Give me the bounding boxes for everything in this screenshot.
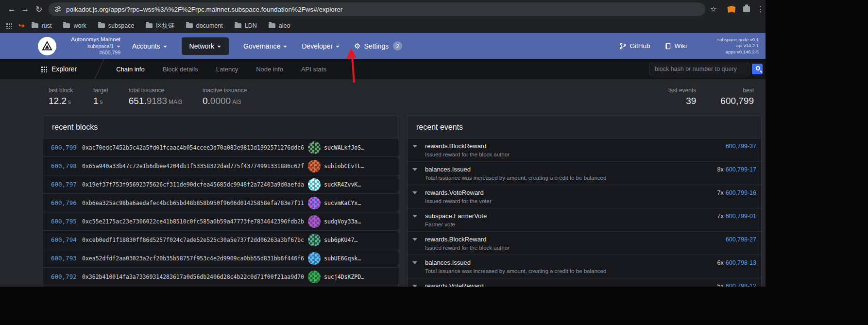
settings-label: Settings: [364, 42, 389, 50]
folder-icon: [269, 23, 275, 28]
nav-item-accounts[interactable]: Accounts: [132, 42, 167, 50]
apps-version: apps v0.146.2-5: [701, 49, 759, 55]
event-name: rewards.VoteReward: [425, 282, 717, 287]
tab-block-details[interactable]: Block details: [163, 66, 198, 73]
site-settings-icon[interactable]: [54, 6, 61, 13]
event-block-link[interactable]: 600,799-17: [726, 166, 756, 173]
forward-button[interactable]: →: [18, 4, 32, 14]
expand-caret-icon[interactable]: [412, 261, 417, 264]
expand-caret-icon[interactable]: [412, 191, 417, 194]
identicon-icon: [308, 252, 321, 265]
block-number-link[interactable]: 600,799: [43, 144, 82, 151]
block-number-link[interactable]: 600,792: [43, 273, 82, 280]
tab-divider: [94, 59, 104, 79]
list-item: balances.Issued Total issuance was incre…: [408, 255, 761, 278]
nav-item-governance[interactable]: Governance: [243, 42, 287, 50]
block-number-link[interactable]: 600,795: [43, 218, 82, 225]
event-block-link[interactable]: 600,799-16: [726, 189, 756, 196]
bookmark-label: LDN: [245, 22, 257, 29]
bookmark-folder-subspace[interactable]: subspace: [98, 22, 135, 29]
block-number-link[interactable]: 600,798: [43, 162, 82, 170]
tab-chain-info[interactable]: Chain info: [116, 66, 145, 73]
block-author[interactable]: sub6pKU47…: [308, 234, 398, 246]
chevron-down-icon: [217, 46, 221, 48]
recent-blocks-title: recent blocks: [43, 116, 398, 138]
block-author[interactable]: sucWALkfJoS…: [308, 141, 398, 154]
bookmark-label: aleo: [279, 22, 290, 29]
event-count: 7x: [717, 213, 724, 220]
block-hash: 0x65a940a33b47c72e1b6dbee4204db1f5335832…: [82, 163, 308, 170]
block-number-link[interactable]: 600,797: [43, 181, 82, 188]
event-block-link[interactable]: 600,799-37: [726, 143, 756, 150]
block-hash: 0xc55e2175ac23e7306022ce41b8510c0fc585a0…: [82, 218, 308, 225]
expand-caret-icon[interactable]: [412, 145, 417, 148]
recent-events-title: recent events: [408, 116, 761, 138]
block-number-link[interactable]: 600,796: [43, 199, 82, 206]
chevron-down-icon: [117, 46, 120, 48]
expand-caret-icon[interactable]: [412, 215, 417, 218]
block-author[interactable]: subiobCEvTL…: [308, 160, 398, 172]
bookmark-folder-ldn[interactable]: LDN: [235, 22, 257, 29]
metamask-extension-icon[interactable]: [727, 6, 735, 13]
event-block-link[interactable]: 600,799-01: [726, 213, 756, 220]
bookmark-folder-aleo[interactable]: aleo: [269, 22, 290, 29]
stat-best: best 600,799: [720, 87, 754, 116]
extensions-puzzle-icon[interactable]: [743, 6, 750, 12]
block-author[interactable]: sucj4DsKZPD…: [308, 271, 398, 283]
recent-events-panel: recent events rewards.BlockReward Issued…: [407, 116, 762, 287]
reload-button[interactable]: ↻: [32, 4, 46, 15]
bookmark-folder-blockchain[interactable]: 区块链: [146, 22, 174, 30]
block-author[interactable]: subUE6Gqsk…: [308, 252, 398, 265]
bookmark-label: work: [73, 22, 86, 29]
tab-latency[interactable]: Latency: [216, 66, 238, 73]
bookmark-label: document: [196, 22, 223, 29]
block-number-link[interactable]: 600,793: [43, 255, 82, 262]
autonomys-logo[interactable]: [38, 37, 56, 55]
apps-grid-icon[interactable]: [6, 23, 12, 29]
network-selector[interactable]: Autonomys Mainnet subspace/1 #600,799: [61, 36, 120, 56]
bookmark-star-icon[interactable]: ☆: [710, 5, 716, 14]
git-branch-icon: [620, 43, 626, 50]
github-link[interactable]: GitHub: [620, 42, 650, 50]
bookmark-folder-work[interactable]: work: [63, 22, 86, 29]
bookmark-folder-rust[interactable]: rust: [32, 22, 52, 29]
nav-item-settings[interactable]: ⚙ Settings 2: [354, 41, 402, 51]
event-block-link[interactable]: 600,798-13: [726, 259, 756, 266]
block-hash: 0x362b410014fa3a73369314283617a0d56db240…: [82, 274, 308, 280]
author-address: sucj4DsKZPD…: [324, 274, 364, 280]
list-item: subspace.FarmerVote Farmer vote 7x600,79…: [408, 208, 761, 232]
chevron-down-icon: [336, 46, 340, 48]
event-block-link[interactable]: 600,798-27: [726, 236, 756, 243]
back-button[interactable]: ←: [5, 4, 18, 14]
block-author[interactable]: sudqVoy33a…: [308, 215, 398, 228]
query-search-button[interactable]: [752, 64, 763, 74]
event-block-link[interactable]: 600,798-12: [726, 283, 756, 287]
block-number-link[interactable]: 600,794: [43, 236, 82, 243]
expand-caret-icon[interactable]: [412, 168, 417, 171]
bookmark-favicon-arrow[interactable]: ↪: [18, 21, 25, 30]
nav-item-developer[interactable]: Developer: [302, 42, 340, 50]
url-bar[interactable]: polkadot.js.org/apps/?rpc=wss%3A%2F%2Frp…: [49, 2, 705, 16]
expand-caret-icon[interactable]: [412, 238, 417, 241]
wiki-link[interactable]: Wiki: [665, 42, 687, 50]
identicon-icon: [308, 178, 321, 191]
tab-node-info[interactable]: Node info: [256, 66, 283, 73]
nav-item-network[interactable]: Network: [182, 37, 229, 55]
tab-api-stats[interactable]: API stats: [301, 66, 326, 73]
block-query-input[interactable]: [649, 63, 749, 75]
bookmark-folder-document[interactable]: document: [186, 22, 223, 29]
chain-best-block: #600,799: [61, 50, 120, 56]
block-author[interactable]: sucKR4ZvvK…: [308, 178, 398, 191]
browser-menu-icon[interactable]: ⋮: [757, 5, 764, 14]
list-item: rewards.VoteReward Issued reward for the…: [408, 185, 761, 208]
expand-caret-icon[interactable]: [412, 285, 417, 287]
github-label: GitHub: [630, 42, 650, 50]
browser-window: ← → ↻ polkadot.js.org/apps/?rpc=wss%3A%2…: [0, 0, 766, 287]
event-description: Total issuance was increased by amount, …: [425, 175, 717, 181]
block-author[interactable]: sucvmKaCYx…: [308, 197, 398, 209]
table-row: 600,796 0xb6ea325ac98ba6aedafec4bcb65bd4…: [43, 194, 398, 212]
block-hash: 0xb6ea325ac98ba6aedafec4bcb65bd48b858b95…: [82, 200, 308, 206]
main-content: recent blocks 600,799 0xac70edc7452b5c42…: [0, 116, 766, 287]
event-description: Total issuance was increased by amount, …: [425, 268, 717, 274]
section-title[interactable]: Explorer: [51, 65, 77, 73]
